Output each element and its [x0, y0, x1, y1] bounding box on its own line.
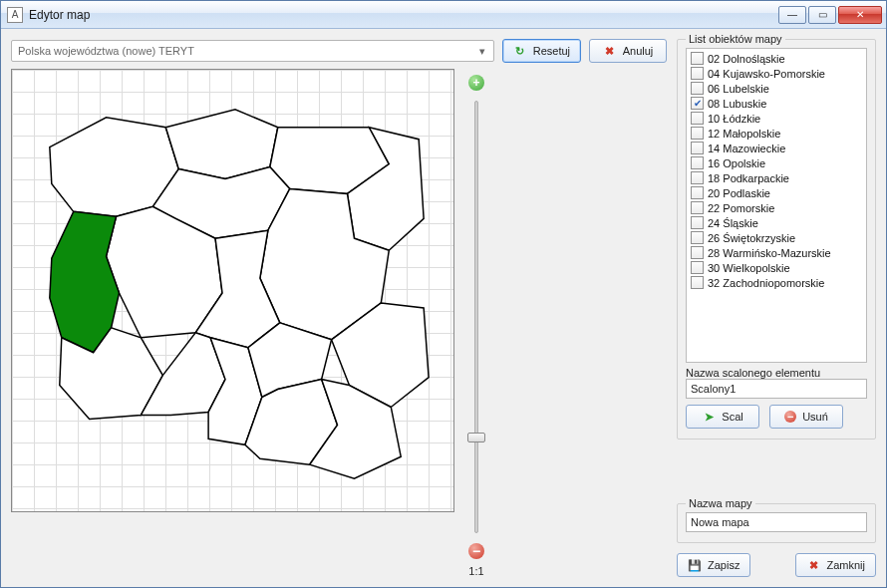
reset-label: Resetuj [533, 45, 570, 57]
reset-icon: ↻ [513, 44, 527, 58]
checkbox[interactable] [691, 276, 704, 289]
list-item-label: 24 Śląskie [708, 217, 758, 229]
zoom-ratio-label: 1:1 [468, 565, 483, 577]
maximize-button[interactable]: ▭ [808, 6, 836, 24]
checkbox[interactable] [691, 216, 704, 229]
list-item-label: 12 Małopolskie [708, 128, 780, 140]
zoom-slider-thumb[interactable] [467, 433, 485, 442]
close-window-button[interactable]: ✕ [838, 6, 882, 24]
objects-checklist[interactable]: 02 Dolnośląskie04 Kujawsko-Pomorskie06 L… [686, 48, 867, 363]
checkbox[interactable] [691, 67, 704, 80]
list-item-label: 22 Pomorskie [708, 202, 774, 214]
checkbox[interactable] [691, 112, 704, 125]
zoom-out-button[interactable]: − [468, 543, 484, 559]
list-item[interactable]: 22 Pomorskie [689, 200, 864, 215]
list-item-label: 04 Kujawsko-Pomorskie [708, 68, 825, 80]
list-item-label: 10 Łódzkie [708, 113, 760, 125]
close-button-label: Zamknij [826, 559, 865, 571]
bottom-right-area: Nazwa mapy Nowa mapa 💾 Zapisz ✖ Zamknij [677, 503, 876, 577]
list-item[interactable]: 32 Zachodniopomorskie [689, 275, 864, 290]
content-area: Polska województwa (nowe) TERYT ▾ ↻ Rese… [1, 29, 886, 587]
map-canvas[interactable] [11, 69, 454, 512]
list-item[interactable]: 12 Małopolskie [689, 126, 864, 141]
left-column: Polska województwa (nowe) TERYT ▾ ↻ Rese… [11, 39, 667, 577]
checkbox[interactable]: ✔ [691, 97, 704, 110]
cancel-button[interactable]: ✖ Anuluj [589, 39, 667, 63]
close-button[interactable]: ✖ Zamknij [795, 553, 876, 577]
maximize-icon: ▭ [818, 9, 827, 20]
save-icon: 💾 [688, 558, 702, 572]
list-item[interactable]: ✔08 Lubuskie [689, 96, 864, 111]
merge-name-label: Nazwa scalonego elementu [686, 367, 867, 379]
checkbox[interactable] [691, 52, 704, 65]
map-area: + − 1:1 [11, 69, 667, 577]
list-item-label: 08 Lubuskie [708, 98, 766, 110]
checkbox[interactable] [691, 246, 704, 259]
checkbox[interactable] [691, 142, 704, 154]
right-column: List obiektów mapy 02 Dolnośląskie04 Kuj… [677, 39, 876, 577]
checkbox[interactable] [691, 201, 704, 214]
reset-button[interactable]: ↻ Resetuj [502, 39, 581, 63]
chevron-down-icon: ▾ [475, 44, 489, 58]
list-item[interactable]: 04 Kujawsko-Pomorskie [689, 66, 864, 81]
objects-groupbox: List obiektów mapy 02 Dolnośląskie04 Kuj… [677, 39, 876, 440]
save-button-label: Zapisz [708, 559, 739, 571]
merge-button-label: Scal [722, 411, 742, 423]
list-item[interactable]: 10 Łódzkie [689, 111, 864, 126]
checkbox[interactable] [691, 171, 704, 184]
list-item-label: 28 Warmińsko-Mazurskie [708, 247, 831, 259]
list-item[interactable]: 18 Podkarpackie [689, 170, 864, 185]
zoom-slider[interactable] [474, 101, 478, 533]
zoom-in-button[interactable]: + [468, 75, 484, 91]
window-buttons: — ▭ ✕ [778, 6, 882, 24]
checkbox[interactable] [691, 261, 704, 274]
checkbox[interactable] [691, 186, 704, 199]
map-name-legend: Nazwa mapy [686, 497, 755, 509]
list-item-label: 16 Opolskie [708, 157, 765, 169]
window-title: Edytor map [29, 8, 778, 22]
checkbox[interactable] [691, 156, 704, 169]
list-item-label: 26 Świętokrzyskie [708, 232, 795, 244]
list-item[interactable]: 26 Świętokrzyskie [689, 230, 864, 245]
map-source-value: Polska województwa (nowe) TERYT [18, 45, 194, 57]
merge-button[interactable]: ➤ Scal [686, 405, 759, 429]
cancel-icon: ✖ [603, 44, 617, 58]
list-item-label: 18 Podkarpackie [708, 172, 789, 184]
list-item[interactable]: 06 Lubelskie [689, 81, 864, 96]
list-item-label: 14 Mazowieckie [708, 143, 785, 154]
list-item-label: 20 Podlaskie [708, 187, 770, 199]
map-source-combo[interactable]: Polska województwa (nowe) TERYT ▾ [11, 40, 494, 62]
minimize-icon: — [787, 9, 797, 20]
region-pomorskie[interactable] [165, 110, 277, 179]
zoom-column: + − 1:1 [462, 69, 490, 577]
map-svg [12, 70, 453, 511]
checkbox[interactable] [691, 82, 704, 95]
cancel-label: Anuluj [623, 45, 654, 57]
titlebar: A Edytor map — ▭ ✕ [1, 1, 886, 29]
save-button[interactable]: 💾 Zapisz [677, 553, 750, 577]
checkbox[interactable] [691, 231, 704, 244]
list-item-label: 32 Zachodniopomorskie [708, 277, 824, 289]
checkbox[interactable] [691, 127, 704, 140]
list-item[interactable]: 02 Dolnośląskie [689, 51, 864, 66]
list-item[interactable]: 30 Wielkopolskie [689, 260, 864, 275]
list-item[interactable]: 20 Podlaskie [689, 185, 864, 200]
delete-icon: − [784, 411, 796, 423]
map-name-input[interactable]: Nowa mapa [686, 512, 867, 532]
merge-button-row: ➤ Scal − Usuń [686, 405, 867, 429]
merge-name-input[interactable]: Scalony1 [686, 379, 867, 399]
window-root: A Edytor map — ▭ ✕ Polska województwa (n… [0, 0, 887, 588]
list-item-label: 30 Wielkopolskie [708, 262, 790, 274]
delete-button-label: Usuń [802, 411, 828, 423]
delete-button[interactable]: − Usuń [769, 405, 843, 429]
top-toolbar: Polska województwa (nowe) TERYT ▾ ↻ Rese… [11, 39, 667, 63]
merge-icon: ➤ [702, 410, 716, 424]
app-icon: A [7, 7, 23, 23]
list-item[interactable]: 24 Śląskie [689, 215, 864, 230]
close-icon: ✕ [856, 9, 864, 20]
list-item[interactable]: 28 Warmińsko-Mazurskie [689, 245, 864, 260]
list-item-label: 06 Lubelskie [708, 83, 769, 95]
list-item[interactable]: 16 Opolskie [689, 155, 864, 170]
list-item[interactable]: 14 Mazowieckie [689, 141, 864, 155]
minimize-button[interactable]: — [778, 6, 806, 24]
